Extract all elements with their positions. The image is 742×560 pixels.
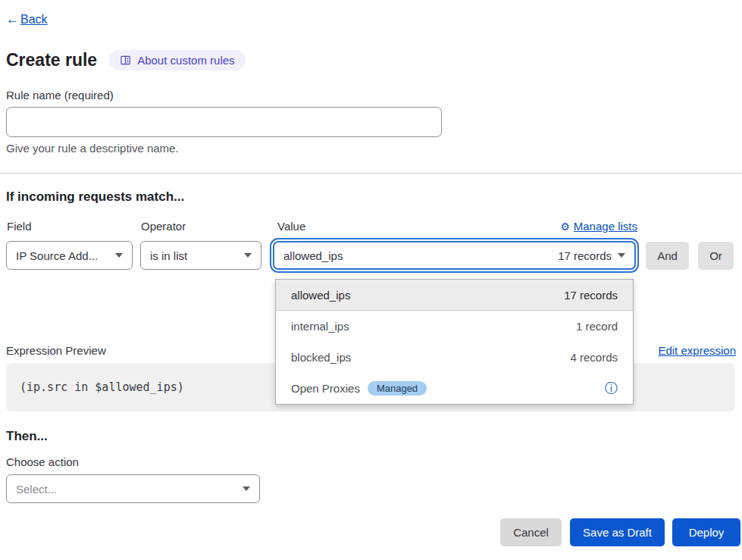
value-select[interactable]: allowed_ips 17 records [273,241,636,270]
rule-name-helper: Give your rule a descriptive name. [6,142,179,155]
dropdown-item-blocked-ips[interactable]: blocked_ips 4 records [276,342,633,373]
list-record-count: 17 records [564,289,618,302]
choose-action-label: Choose action [6,455,79,468]
field-select[interactable]: IP Source Add... [6,241,133,270]
value-select-count: 17 records [558,249,612,262]
gear-icon: ⚙ [560,221,570,233]
title-row: Create rule About custom rules [6,50,246,70]
page-title: Create rule [6,50,97,70]
operator-label: Operator [141,220,186,233]
chevron-down-icon [244,253,252,258]
book-icon [120,55,131,66]
back-link[interactable]: ←Back [6,12,48,27]
dropdown-item-internal-ips[interactable]: internal_ips 1 record [276,311,633,342]
back-arrow-icon: ← [6,12,19,27]
rule-name-label: Rule name (required) [6,89,114,102]
about-custom-rules-label: About custom rules [137,54,234,67]
expression-code: (ip.src in $allowed_ips) [20,380,184,394]
list-name: Open Proxies [291,382,360,395]
list-name: internal_ips [291,320,349,333]
chevron-down-icon [243,486,250,491]
value-dropdown-menu: allowed_ips 17 records internal_ips 1 re… [275,279,634,405]
back-link-label[interactable]: Back [20,13,48,27]
list-name: allowed_ips [291,289,350,302]
dropdown-item-open-proxies[interactable]: Open Proxies Managed ⓘ [276,373,633,404]
field-label: Field [7,220,32,233]
edit-expression-link[interactable]: Edit expression [658,344,736,357]
managed-badge: Managed [368,381,427,396]
cancel-button[interactable]: Cancel [500,518,562,546]
value-select-name: allowed_ips [283,249,343,262]
then-section-heading: Then... [6,429,48,444]
action-select[interactable]: Select... [6,474,260,503]
create-rule-page: ←Back Create rule About custom rules Rul… [0,0,742,560]
rule-name-input[interactable] [6,107,442,137]
action-select-placeholder: Select... [16,483,57,496]
deploy-button[interactable]: Deploy [672,518,740,546]
operator-select-value: is in list [150,249,187,262]
chevron-down-icon [115,253,123,258]
and-button[interactable]: And [646,242,689,270]
list-record-count: 4 records [570,351,618,364]
dropdown-item-allowed-ips[interactable]: allowed_ips 17 records [276,280,633,311]
section-divider [0,173,742,174]
info-icon[interactable]: ⓘ [605,382,618,395]
chevron-down-icon [618,253,625,258]
save-as-draft-button[interactable]: Save as Draft [570,518,665,546]
list-record-count: 1 record [576,320,618,333]
list-name: blocked_ips [291,351,351,364]
expression-preview-label: Expression Preview [6,344,106,357]
field-select-value: IP Source Add... [16,249,98,262]
match-section-heading: If incoming requests match... [6,189,184,205]
about-custom-rules-link[interactable]: About custom rules [109,50,245,70]
or-button[interactable]: Or [698,242,734,270]
operator-select[interactable]: is in list [140,241,261,270]
manage-lists-label[interactable]: Manage lists [574,220,637,233]
value-label: Value [277,220,305,233]
manage-lists-link[interactable]: ⚙ Manage lists [560,220,637,233]
